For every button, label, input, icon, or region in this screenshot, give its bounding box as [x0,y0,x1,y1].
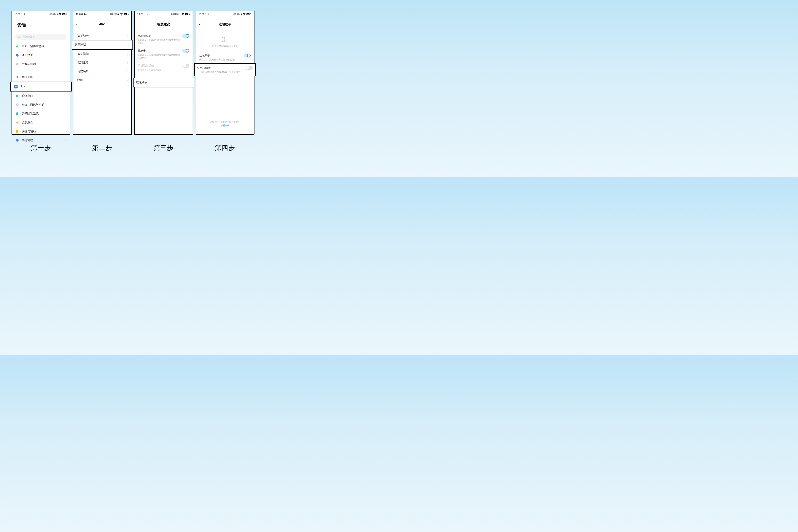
header: ‹ 智慧建议 [135,17,193,32]
status-time: 13:20 [137,13,143,15]
privacy-icon [15,112,19,116]
status-icon-badge: ∞ [82,13,84,15]
wifi-icon [181,12,185,16]
battery-icon: 85 [247,13,249,15]
fingerprint-icon [15,103,19,107]
toggle-redpacket-assist[interactable] [244,54,251,57]
jovi-item-voice[interactable]: 语音助手 › [73,31,131,40]
nfc-icon: ▮ [118,13,119,15]
redpacket-item-sound[interactable]: 红包提醒音 开启后，采用金币声作为提醒音，提高辨识度 [195,64,255,76]
redpacket-count-sub: 已为您探测微信红包总个数 [196,45,254,52]
settings-item-gamebox[interactable]: 游戏魔盒 › [12,118,70,127]
status-time: 13:20 [76,13,82,15]
chevron-right-icon: › [66,45,67,48]
chevron-right-icon: › [66,54,67,57]
battery-icon: 85 [185,13,188,15]
chevron-right-icon: › [127,53,128,56]
chevron-right-icon: › [67,85,68,88]
search-icon [17,35,21,39]
chevron-right-icon: › [127,61,128,64]
status-icon-badge: ∞ [144,13,146,15]
chevron-right-icon: › [66,139,67,142]
status-bar: 13:20 ∞ ψ 0.30 KB/s ▮ 85 ↯ [73,11,131,17]
status-net-unit: KB/s [114,13,118,15]
status-bar: 13:20 ∞ ψ 0.00 KB/s ▮ 85 ↯ [135,11,193,17]
status-net-speed: 0.60 [233,13,236,15]
battery-icon: 85 [62,13,65,15]
step-label-4: 第四步 [215,144,235,152]
svg-rect-3 [16,95,18,97]
highlighted-row-redpacket: 红包助手 › [133,78,194,88]
jovi-item-smart-life[interactable]: 智慧生活 › [73,58,131,67]
usb-icon: ψ [85,13,87,15]
redpacket-count: 0个 [196,32,254,45]
gamebox-icon [15,120,19,125]
svg-point-5 [17,104,18,106]
status-net-speed: 0.00 [171,13,175,15]
wifi-icon [120,12,123,16]
status-bar: 13:20 ∞ ψ 0.60 KB/s ▮ 85 ↯ [196,11,254,17]
svg-marker-7 [16,139,19,142]
nav-icon [15,94,19,98]
chevron-right-icon: › [66,76,67,79]
jovi-item-smart-vision[interactable]: 智慧视觉 › [73,50,131,58]
settings-item-upgrade[interactable]: 系统升级 › [12,73,70,81]
settings-item-sound[interactable]: 声音与振动 › [12,60,70,69]
toggle-redpacket-sound[interactable] [246,66,253,70]
toggle-powerbank[interactable] [182,49,189,53]
back-button[interactable]: ‹ [138,22,139,26]
jovi-item-driving[interactable]: 驾驶场景 › [73,67,131,76]
step-label-3: 第三步 [154,144,174,152]
settings-item-desktop[interactable]: 桌面、锁屏与壁纸 › [12,42,70,51]
phone-screen-4: 13:20 ∞ ψ 0.60 KB/s ▮ 85 ↯ ‹ 红包助手 0个 [196,11,254,135]
suggest-item-metro[interactable]: 地铁乘车码 开启后，会根据您的乘坐地铁习惯为您推荐乘车码。 [135,32,193,46]
nfc-icon: ▮ [241,13,242,15]
title-accent [16,23,16,27]
suggest-item-powerbank[interactable]: 找充电宝 开启后，会在您外出且低电量时为您寻找附近的充电宝。 [135,46,193,61]
upgrade-icon [15,75,19,79]
header: ‹ Jovi [73,17,131,31]
settings-item-privacy[interactable]: 原子隐私系统 › [12,109,70,118]
jovi-item-smart-suggest[interactable]: 智慧建议 › [72,40,132,49]
status-net-speed: 0.30 [49,13,52,15]
back-button[interactable]: ‹ [199,22,200,26]
shortcut-icon [15,130,19,133]
wifi-icon [58,12,62,16]
step-label-2: 第二步 [92,144,112,152]
settings-item-nav[interactable]: 系统导航 › [12,92,70,100]
status-bar: 13:20 ∞ ψ 0.30 KB/s ▮ 85 ↯ [12,11,70,17]
settings-item-jovi[interactable]: Jovi Jovi › [11,82,71,91]
redpacket-item-assist[interactable]: 红包助手 开启后，为您智能检测红包信息并提醒 [196,52,254,63]
nfc-icon: ▮ [57,13,58,15]
settings-item-biometric[interactable]: 指纹、面部与密码 › [12,100,70,109]
help-footer: 来红包时，红包助手没有提醒？ 查看帮助 [196,120,254,127]
jovi-icon: Jovi [14,84,18,89]
svg-line-1 [20,37,20,38]
charging-icon: ↯ [127,13,129,15]
step-label-1: 第一步 [31,144,51,152]
svg-point-4 [16,103,18,106]
search-input[interactable]: 搜索设置项 [15,34,67,40]
chevron-right-icon: › [66,103,67,107]
status-icon-badge: ∞ [21,13,23,15]
suggest-item-redpacket[interactable]: 红包助手 › [134,78,194,87]
phone-screen-2: 13:20 ∞ ψ 0.30 KB/s ▮ 85 ↯ ‹ Jovi 语音助手 [73,11,132,135]
status-icon-badge: ∞ [205,13,207,15]
settings-item-dynamic[interactable]: 动态效果 › [12,51,70,60]
chevron-right-icon: › [66,62,67,65]
wifi-icon [242,12,246,16]
help-link[interactable]: 查看帮助 [196,124,254,127]
desktop-icon [15,44,19,48]
suggest-item-pickup: 附近取件通知 快递授权后可启用该服务。 [135,61,193,73]
header: ‹ 红包助手 [196,17,254,32]
jovi-item-favorites[interactable]: 收藏 › [73,76,131,84]
usb-icon: ψ [24,13,25,15]
toggle-metro[interactable] [182,34,189,38]
phone-screen-3: 13:20 ∞ ψ 0.00 KB/s ▮ 85 ↯ ‹ 智慧建议 [134,11,193,135]
charging-icon: ↯ [250,13,251,15]
back-button[interactable]: ‹ [76,22,77,26]
settings-item-shortcut[interactable]: 快捷与辅助 › [12,127,70,136]
settings-item-sysmgmt[interactable]: 系统管理 › [12,136,70,145]
status-net-unit: KB/s [236,13,240,15]
svg-point-0 [18,36,20,37]
